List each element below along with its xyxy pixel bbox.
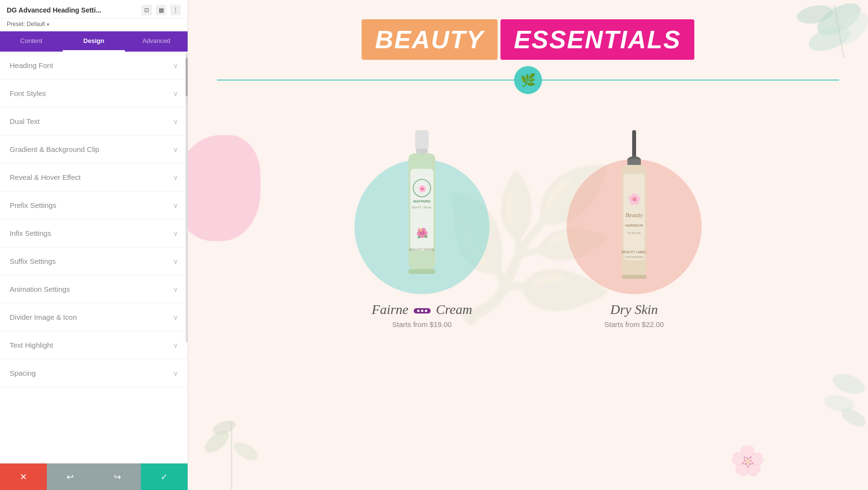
divider-line-right [528,80,839,81]
chevron-infix-settings: ∨ [173,230,178,237]
section-spacing[interactable]: Spacing ∨ [0,359,188,387]
product-name-row-1: Fairne Cream [372,302,472,317]
preview-panel: 🌿 BEAUTY ESSENTIALS 🌿 [188,0,868,490]
chevron-dual-text: ∨ [173,118,178,125]
section-label-reveal-hover-effect: Reveal & Hover Effect [10,173,81,181]
section-prefix-settings[interactable]: Prefix Settings ∨ [0,191,188,219]
svg-text:🌸: 🌸 [418,185,427,193]
heading-area: BEAUTY ESSENTIALS [362,19,694,60]
panel-header-icons: ⊡ ▦ ⋮ [141,5,181,15]
svg-text:For Dry Hair: For Dry Hair [627,231,641,234]
preset-label: Preset: Default [7,21,45,27]
tab-bar: Content Design Advanced [0,31,188,52]
more-icon[interactable]: ⋮ [170,5,181,15]
section-reveal-hover-effect[interactable]: Reveal & Hover Effect ∨ [0,163,188,191]
product-dots-badge [414,308,431,313]
tab-content[interactable]: Content [0,31,63,52]
section-heading-font[interactable]: Heading Font ∨ [0,52,188,80]
product-price-1: Starts from $19.00 [392,320,451,328]
divider-icon-circle: 🌿 [514,66,542,94]
bg-leaf-bottom-right [810,355,868,442]
product-name-row-2: Dry Skin [610,302,658,317]
svg-rect-9 [416,149,428,153]
section-animation-settings[interactable]: Animation Settings ∨ [0,275,188,303]
product-name-1: Fairne Cream [372,302,472,317]
section-label-suffix-settings: Suffix Settings [10,257,56,265]
chevron-prefix-settings: ∨ [173,202,178,209]
svg-text:Beauty: Beauty [625,211,643,218]
product-card-2: 🌸 Beauty HAIRSEUM For Dry Hair BEAUTY LA… [552,116,716,328]
product-circle-wrap-1: 🌸 MAYPARIS BEAUTY · FACIAL 🌺 BEAUTY VERS… [350,116,494,294]
svg-rect-11 [410,169,434,251]
svg-rect-18 [408,269,435,274]
section-label-spacing: Spacing [10,369,36,377]
responsive-icon[interactable]: ⊡ [141,5,152,15]
chevron-animation-settings: ∨ [173,286,178,293]
preset-row[interactable]: Preset: Default ▾ [0,19,188,31]
section-label-divider-image-icon: Divider Image & Icon [10,313,77,321]
bottom-toolbar: ✕ ↩ ↪ ✓ [0,463,188,490]
scroll-thumb [186,58,188,96]
svg-rect-8 [415,130,429,150]
chevron-text-highlight: ∨ [173,341,178,349]
section-label-font-styles: Font Styles [10,89,46,97]
svg-point-5 [830,370,868,398]
section-font-styles[interactable]: Font Styles ∨ [0,80,188,108]
section-text-highlight[interactable]: Text Highlight ∨ [0,331,188,359]
svg-text:BEAUTY LABEL: BEAUTY LABEL [622,250,647,254]
bg-flower-bottom-right: 🌸 [723,432,772,490]
heading-word-essentials: ESSENTIALS [501,19,695,60]
svg-text:🌸: 🌸 [730,444,766,478]
tab-advanced[interactable]: Advanced [125,31,188,52]
svg-text:HAIRSEUM: HAIRSEUM [625,224,643,227]
scroll-indicator [186,53,188,342]
chevron-divider-image-icon: ∨ [173,313,178,321]
chevron-reveal-hover-effect: ∨ [173,174,178,181]
cancel-button[interactable]: ✕ [0,463,47,490]
section-list: Heading Font ∨ Font Styles ∨ Dual Text ∨… [0,52,188,463]
section-label-dual-text: Dual Text [10,117,40,125]
bg-leaf-top-right [762,0,868,96]
svg-text:🌸: 🌸 [628,192,641,205]
product-name-2: Dry Skin [610,302,658,317]
divider-row: 🌿 [217,80,839,81]
panel-title-row: DG Advanced Heading Setti... [7,6,101,14]
section-dual-text[interactable]: Dual Text ∨ [0,108,188,136]
chevron-suffix-settings: ∨ [173,258,178,265]
products-row: 🌸 MAYPARIS BEAUTY · FACIAL 🌺 BEAUTY VERS… [212,116,844,328]
svg-text:BEAUTY VERSE: BEAUTY VERSE [409,248,435,251]
chevron-heading-font: ∨ [173,62,178,69]
chevron-spacing: ∨ [173,369,178,377]
section-infix-settings[interactable]: Infix Settings ∨ [0,219,188,247]
section-label-infix-settings: Infix Settings [10,229,51,237]
redo-button[interactable]: ↪ [94,463,141,490]
product-price-2: Starts from $22.00 [604,320,664,328]
section-suffix-settings[interactable]: Suffix Settings ∨ [0,247,188,275]
section-label-text-highlight: Text Highlight [10,341,53,349]
product-card-1: 🌸 MAYPARIS BEAUTY · FACIAL 🌺 BEAUTY VERS… [340,116,504,328]
panel-header: DG Advanced Heading Setti... ⊡ ▦ ⋮ [0,0,188,19]
chevron-gradient-bg-clip: ∨ [173,146,178,153]
bg-plant-bottom-left [198,394,265,490]
svg-text:BEAUTY · FACIAL: BEAUTY · FACIAL [412,206,432,209]
section-divider-image-icon[interactable]: Divider Image & Icon ∨ [0,303,188,331]
tab-design[interactable]: Design [63,31,125,52]
save-button[interactable]: ✓ [141,463,188,490]
grid-icon[interactable]: ▦ [156,5,166,15]
left-panel: DG Advanced Heading Setti... ⊡ ▦ ⋮ Prese… [0,0,188,490]
svg-text:FOR SKINCARE: FOR SKINCARE [625,256,643,259]
section-label-heading-font: Heading Font [10,61,53,69]
section-label-prefix-settings: Prefix Settings [10,201,56,209]
panel-title: DG Advanced Heading Setti... [7,6,101,14]
undo-button[interactable]: ↩ [47,463,94,490]
svg-point-34 [231,439,261,464]
chevron-font-styles: ∨ [173,90,178,97]
section-label-gradient-bg-clip: Gradient & Background Clip [10,145,99,153]
svg-rect-19 [632,130,636,159]
svg-rect-30 [622,275,647,279]
svg-text:MAYPARIS: MAYPARIS [413,200,431,203]
heading-word-beauty: BEAUTY [362,19,498,60]
section-gradient-bg-clip[interactable]: Gradient & Background Clip ∨ [0,136,188,163]
product-circle-wrap-2: 🌸 Beauty HAIRSEUM For Dry Hair BEAUTY LA… [562,116,706,294]
svg-text:🌺: 🌺 [416,227,428,239]
